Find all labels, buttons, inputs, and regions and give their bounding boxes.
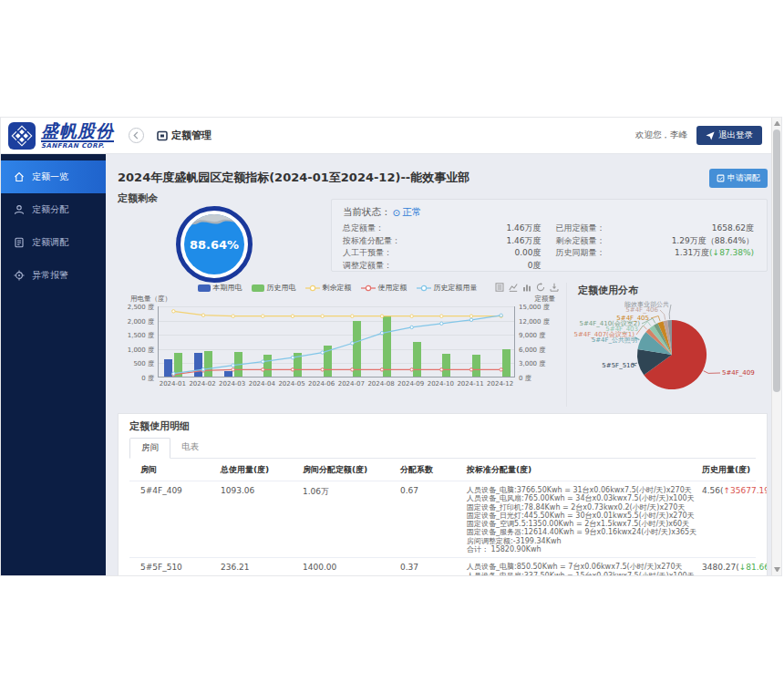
usage-bar-line-chart: 本期用电历史用电剩余定额使用定额历史定额用量 用电量（度） 定额量 0 度500… (118, 283, 566, 407)
user-icon (14, 204, 25, 215)
paper-plane-icon (706, 131, 715, 140)
liquid-gauge-chart: 88.64% (176, 206, 253, 283)
app-window: 盛帆股份 SANFRAN CORP. 定额管理 欢迎您，李峰 退出登录 (0, 117, 782, 576)
screenshot-canvas: 盛帆股份 SANFRAN CORP. 定额管理 欢迎您，李峰 退出登录 (0, 0, 784, 693)
chart-toolbox (495, 283, 559, 292)
sidebar-item-quota-transfer[interactable]: 定额调配 (1, 226, 106, 259)
chart-plot-area (158, 306, 515, 378)
save-image-icon[interactable] (550, 283, 559, 292)
cell-history-usage: 4.56(↑35677.19%) (702, 486, 768, 553)
sidebar-item-quota-overview[interactable]: 定额一览 (1, 160, 106, 193)
main-content: 2024年度盛帆园区定额指标(2024-01至2024-12)--能效事业部 申… (106, 154, 771, 575)
apply-transfer-button[interactable]: 申请调配 (709, 169, 768, 188)
quota-distribution-section: 定额使用分布 5#4F_4095#5F_5105#4F_公共照明5#4F_407… (566, 283, 768, 407)
sidebar: 定额一览 定额分配 定额调配 异常报警 (1, 154, 106, 575)
cell-coefficient: 0.67 (400, 486, 467, 553)
quota-remaining-section: 定额剩余 88.64% (118, 191, 331, 279)
back-button[interactable] (129, 128, 144, 143)
pie-label-5#4F_409: 5#4F_409 (722, 369, 755, 377)
module-title: 定额管理 (171, 129, 211, 142)
tab-meter[interactable]: 电表 (170, 438, 210, 458)
welcome-text: 欢迎您，李峰 (635, 129, 687, 141)
cell-allocated-quota: 1400.00 (303, 563, 400, 575)
quota-remaining-title: 定额剩余 (118, 191, 331, 205)
data-view-icon[interactable] (495, 283, 504, 292)
cell-standard-allocation: 人员设备_电脑:3766.50Kwh = 31台x0.06kwx7.5(小时/天… (467, 486, 702, 553)
module-icon (157, 130, 168, 141)
chart-legend: 本期用电历史用电剩余定额使用定额历史定额用量 (118, 283, 557, 293)
scrollbar-up-arrow[interactable] (774, 121, 780, 126)
cell-total-used: 236.21 (221, 563, 303, 575)
pie-label-5#5F_510: 5#5F_510 (602, 362, 634, 369)
table-section-title: 定额使用明细 (129, 419, 756, 433)
logo-icon (8, 122, 36, 150)
legend-item-使用定额[interactable]: 使用定额 (361, 283, 407, 293)
usage-detail-card: 定额使用明细 房间 电表 房间 总使用量(度) 房间分配定额(度) 分配系数 按… (118, 413, 768, 575)
legend-item-剩余定额[interactable]: 剩余定额 (305, 283, 352, 293)
alarm-icon (14, 270, 25, 281)
logo-subtitle: SANFRAN CORP. (41, 140, 114, 150)
legend-item-历史用电[interactable]: 历史用电 (252, 283, 296, 293)
module-title-group: 定额管理 (157, 129, 211, 142)
detail-tabs: 房间 电表 (129, 438, 756, 459)
page-title: 2024年度盛帆园区定额指标(2024-01至2024-12)--能效事业部 (118, 170, 469, 186)
vertical-scrollbar[interactable] (771, 118, 781, 575)
back-arrow-icon (132, 131, 140, 140)
scrollbar-thumb[interactable] (773, 129, 780, 392)
gauge-value: 88.64% (184, 238, 244, 252)
legend-item-本期用电[interactable]: 本期用电 (198, 283, 242, 293)
status-label: 当前状态： (343, 206, 391, 219)
tab-room[interactable]: 房间 (129, 438, 170, 459)
cell-history-usage: 3480.27(↓81.66%) (702, 563, 768, 575)
cell-allocated-quota: 1.06万 (303, 486, 400, 553)
cell-coefficient: 0.37 (400, 563, 467, 575)
status-card: 当前状态： ⊙ 正常 总定额量：1.46万度 按标准分配量：1.46万度 人工干… (331, 199, 768, 272)
pie-label-5#4F_405: 5#4F_405 (616, 315, 649, 322)
sidebar-item-abnormal-alarm[interactable]: 异常报警 (1, 259, 106, 292)
app-header: 盛帆股份 SANFRAN CORP. 定额管理 欢迎您，李峰 退出登录 (1, 118, 771, 154)
table-row-5#4F_409: 5#4F_4091093.061.06万0.67人员设备_电脑:3766.50K… (129, 481, 756, 558)
status-ok-icon: ⊙ (393, 207, 401, 218)
sidebar-item-quota-allocation[interactable]: 定额分配 (1, 193, 106, 226)
company-logo: 盛帆股份 SANFRAN CORP. (8, 122, 114, 150)
status-right-column: 已用定额量：1658.62度 剩余定额量：1.29万度（88.64%） 历史同期… (556, 222, 755, 272)
cell-room: 5#4F_409 (140, 486, 221, 553)
restore-icon[interactable] (536, 283, 545, 292)
logo-title: 盛帆股份 (41, 122, 114, 140)
bar-chart-icon[interactable] (522, 283, 531, 292)
quota-pie-chart: 5#4F_4095#5F_5105#4F_公共照明5#4F_407(会议室1)5… (567, 298, 771, 402)
document-icon (717, 174, 725, 182)
ledger-icon (14, 237, 25, 248)
status-value: 正常 (402, 206, 421, 219)
logout-button[interactable]: 退出登录 (696, 126, 762, 145)
home-icon (14, 171, 25, 182)
table-header-row: 房间 总使用量(度) 房间分配定额(度) 分配系数 按标准分配量(度) 历史用量… (129, 464, 756, 481)
pie-chart-title: 定额使用分布 (578, 284, 768, 297)
cell-room: 5#5F_510 (140, 563, 221, 575)
table-row-5#5F_510: 5#5F_510236.211400.000.37人员设备_电脑:850.50K… (129, 558, 756, 575)
pie-label-能效事业部公共: 能效事业部公共 (624, 301, 669, 308)
cell-total-used: 1093.06 (221, 486, 303, 553)
line-chart-icon[interactable] (509, 283, 518, 292)
table-body: 5#4F_4091093.061.06万0.67人员设备_电脑:3766.50K… (129, 481, 756, 575)
status-left-column: 总定额量：1.46万度 按标准分配量：1.46万度 人工干预量：0.00度 调整… (343, 222, 542, 272)
cell-standard-allocation: 人员设备_电脑:850.50Kwh = 7台x0.06kwx7.5(小时/天)x… (467, 563, 702, 575)
legend-item-历史定额用量[interactable]: 历史定额用量 (417, 283, 478, 293)
scrollbar-down-arrow[interactable] (774, 567, 780, 572)
